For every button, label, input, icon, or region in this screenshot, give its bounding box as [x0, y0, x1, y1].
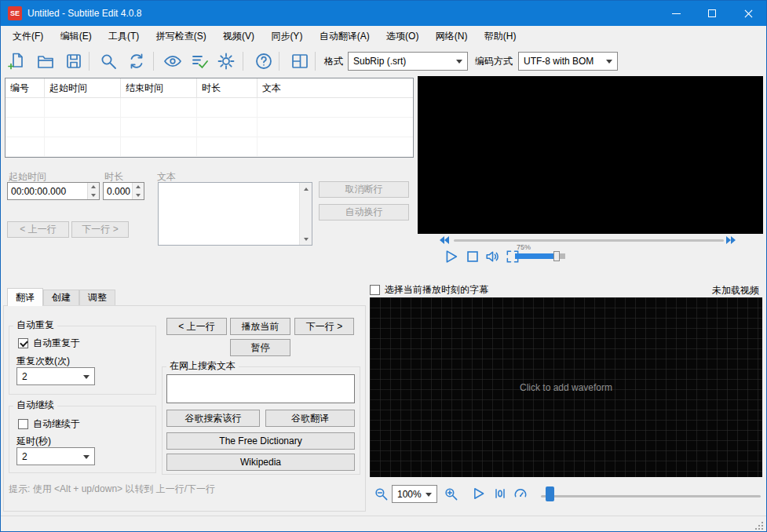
gear-icon	[217, 52, 236, 71]
stop-button[interactable]	[463, 247, 482, 266]
select-current-subtitle-checkbox[interactable]: 选择当前播放时刻的字幕	[370, 283, 488, 297]
spell-check-button[interactable]	[188, 49, 211, 73]
layout-button[interactable]	[288, 49, 312, 73]
subtitle-list[interactable]: 编号 起始时间 结束时间 时长 文本	[5, 78, 414, 158]
unbreak-button[interactable]: 取消断行	[319, 181, 409, 198]
help-button[interactable]	[252, 49, 276, 73]
previous-line-button[interactable]: < 上一行	[7, 221, 69, 238]
pause-button[interactable]: 暂停	[230, 339, 290, 356]
column-text[interactable]: 文本	[257, 78, 413, 98]
start-time-spinner[interactable]	[7, 182, 100, 200]
down-arrow-icon	[304, 238, 309, 241]
translate-previous-line-button[interactable]: < 上一行	[166, 318, 227, 335]
visual-sync-button[interactable]	[161, 49, 184, 73]
app-icon: SE	[8, 6, 22, 20]
playback-rate-button[interactable]	[511, 484, 530, 503]
auto-continue-checkbox[interactable]: 自动继续于	[18, 417, 80, 431]
duration-input[interactable]	[104, 183, 132, 199]
text-scrollbar[interactable]	[299, 183, 312, 245]
menu-network[interactable]: 网络(N)	[429, 26, 475, 46]
menu-sync[interactable]: 同步(Y)	[264, 26, 309, 46]
format-select[interactable]: SubRip (.srt)	[348, 52, 468, 71]
translate-next-line-button[interactable]: 下一行 >	[294, 318, 354, 335]
find-button[interactable]	[97, 49, 120, 73]
delay-select[interactable]: 2	[16, 447, 95, 465]
waveform-position-slider[interactable]	[541, 495, 761, 497]
seek-bar[interactable]	[454, 239, 724, 242]
play-selection-button[interactable]	[491, 484, 510, 503]
scroll-down-button[interactable]	[300, 233, 312, 245]
tab-adjust[interactable]: 调整	[79, 290, 115, 306]
resize-grip[interactable]	[754, 521, 764, 530]
next-line-button[interactable]: 下一行 >	[71, 221, 129, 238]
video-display[interactable]	[418, 76, 763, 234]
auto-repeat-checkbox[interactable]: 自动重复于	[18, 337, 80, 350]
minimize-button[interactable]	[658, 1, 694, 26]
close-button[interactable]	[730, 1, 766, 26]
column-duration[interactable]: 时长	[197, 78, 257, 98]
eye-icon	[163, 52, 182, 71]
repeat-count-select[interactable]: 2	[16, 367, 95, 385]
free-dictionary-button[interactable]: The Free Dictionary	[166, 432, 355, 450]
column-start-time[interactable]: 起始时间	[45, 78, 121, 98]
waveform-display[interactable]: Click to add waveform	[370, 297, 762, 477]
tab-translate[interactable]: 翻译	[7, 288, 43, 306]
waveform-position-thumb[interactable]	[546, 486, 554, 501]
tab-create[interactable]: 创建	[43, 290, 79, 306]
zoom-out-button[interactable]	[372, 485, 389, 502]
toolbar-separator	[153, 52, 154, 71]
maximize-button[interactable]	[694, 1, 730, 26]
duration-up-button[interactable]	[133, 183, 144, 191]
waveform-zoom-select[interactable]: 100%	[392, 485, 437, 503]
auto-repeat-checkbox-label: 自动重复于	[33, 337, 80, 350]
save-button[interactable]	[62, 49, 86, 73]
waveform-play-button[interactable]	[469, 484, 488, 503]
menu-spellcheck[interactable]: 拼写检查(S)	[149, 26, 214, 46]
scroll-up-button[interactable]	[300, 183, 312, 195]
volume-slider[interactable]	[515, 253, 565, 259]
column-number[interactable]: 编号	[5, 78, 45, 98]
google-search-button[interactable]: 谷歌搜索该行	[166, 410, 260, 427]
new-subtitle-button[interactable]	[5, 49, 29, 73]
open-file-button[interactable]	[34, 49, 57, 73]
play-current-button[interactable]: 播放当前	[230, 318, 290, 335]
menu-help[interactable]: 帮助(H)	[477, 26, 524, 46]
encoding-select[interactable]: UTF-8 with BOM	[518, 52, 618, 71]
status-bar	[1, 516, 766, 532]
wikipedia-button[interactable]: Wikipedia	[166, 454, 355, 471]
duration-spinner[interactable]	[103, 182, 144, 200]
down-arrow-icon	[136, 194, 141, 197]
play-button[interactable]	[441, 247, 460, 266]
start-time-down-button[interactable]	[88, 191, 99, 200]
mute-button[interactable]	[484, 247, 502, 266]
volume-thumb[interactable]	[553, 251, 560, 261]
google-translate-button[interactable]: 谷歌翻译	[265, 410, 355, 427]
column-end-time[interactable]: 结束时间	[121, 78, 197, 98]
auto-continue-group-label: 自动继续	[13, 400, 57, 410]
auto-repeat-group-label: 自动重复	[13, 320, 57, 330]
start-time-input[interactable]	[8, 183, 87, 199]
chevron-down-icon	[426, 493, 432, 497]
settings-button[interactable]	[214, 49, 238, 73]
duration-down-button[interactable]	[133, 191, 144, 200]
chevron-down-icon	[83, 455, 89, 459]
menu-edit[interactable]: 编辑(E)	[53, 26, 99, 46]
seek-back-button[interactable]	[438, 235, 451, 246]
folder-open-icon	[36, 52, 55, 71]
seek-forward-button[interactable]	[725, 235, 737, 246]
menu-options[interactable]: 选项(O)	[379, 26, 426, 46]
replace-button[interactable]	[125, 49, 148, 73]
menu-tools[interactable]: 工具(T)	[101, 26, 146, 46]
toolbar-separator	[279, 52, 279, 71]
window-title: Untitled - Subtitle Edit 4.0.8	[27, 1, 141, 26]
start-time-up-button[interactable]	[88, 183, 99, 191]
zoom-in-button[interactable]	[442, 485, 459, 502]
menu-video[interactable]: 视频(V)	[216, 26, 261, 46]
menu-autotranslate[interactable]: 自动翻译(A)	[312, 26, 377, 46]
autobreak-button[interactable]: 自动换行	[319, 204, 409, 220]
web-search-input[interactable]	[166, 374, 355, 403]
subtitle-row	[5, 118, 413, 137]
menu-file[interactable]: 文件(F)	[5, 26, 50, 46]
subtitle-text-area[interactable]	[159, 183, 299, 245]
zoom-out-icon	[374, 486, 389, 501]
